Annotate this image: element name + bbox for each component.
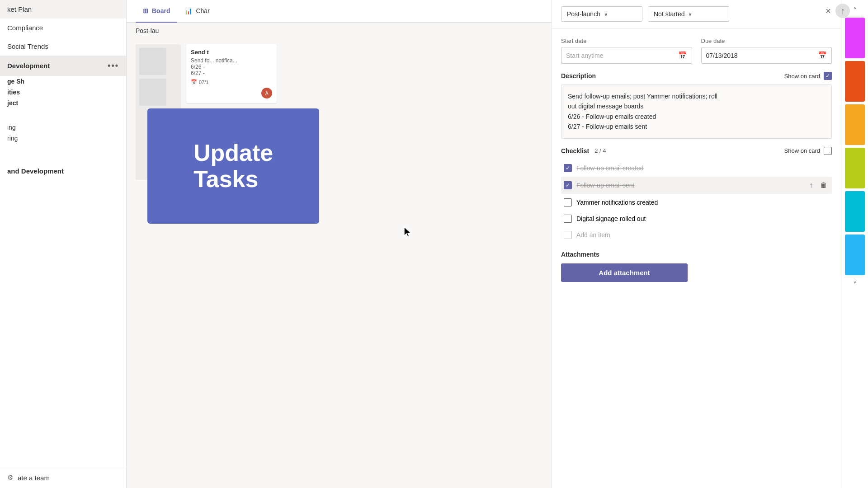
checklist-section: Checklist 2 / 4 Show on card ✓ Follow-up… [561,147,832,243]
checklist-item-1: ✓ Follow-up email created [561,160,832,176]
gear-icon: ⚙ [7,474,13,482]
close-button[interactable]: × [821,4,835,18]
start-date-group: Start date Start anytime 📅 [561,38,692,64]
due-date-input[interactable]: 07/13/2018 📅 [701,47,832,64]
checklist-checkbox-4[interactable] [564,215,572,223]
checklist-header: Checklist 2 / 4 Show on card [561,147,832,155]
move-up-button[interactable]: ↑ [807,180,815,190]
show-on-card-label-2: Show on card [784,147,821,154]
show-on-card-checkbox[interactable]: ✓ [824,72,832,80]
task-card-desc: Send fo... notifica... 6/26 - 6/27 - [191,57,272,76]
checklist-item-4-text: Digital signage rolled out [576,215,829,222]
color-swatch-red-orange[interactable] [845,61,865,102]
checklist-item-4: Digital signage rolled out [561,211,832,226]
attachments-section: Attachments Add attachment [561,251,832,282]
chevron-up-button[interactable]: ↑ [835,4,841,18]
checklist-item-1-text: Follow-up email created [576,164,829,172]
task-card[interactable]: Send t Send fo... notifica... 6/26 - 6/2… [186,44,277,103]
main-wrapper: ⊞ Board 📊 Char Post-lau Send t [127,0,552,488]
start-date-placeholder: Start anytime [566,52,603,59]
calendar-icon-due: 📅 [818,51,827,60]
sidebar-item-development[interactable]: Development ••• [0,56,126,76]
chart-tab-icon: 📊 [184,7,192,14]
show-on-card-checkbox-2[interactable] [824,147,832,155]
chevron-down-icon-2: ∨ [688,11,692,17]
checklist-item-2-actions: ↑ 🗑 [807,180,829,190]
color-swatch-teal[interactable] [845,191,865,232]
description-box: Send follow-up emails; post Yammer notif… [561,84,832,139]
sidebar-ject: ject [0,98,126,108]
start-date-input[interactable]: Start anytime 📅 [561,47,692,64]
color-swatch-cyan[interactable] [845,235,865,275]
sidebar-item-compliance-label: Compliance [7,24,43,32]
panel-body: Start date Start anytime 📅 Due date 07/1… [552,28,841,488]
sidebar-item-development-label: Development [7,62,50,70]
chart-tab-label: Char [196,7,209,14]
description-section: Description Show on card ✓ Send follow-u… [561,72,832,139]
sidebar-item-compliance[interactable]: Compliance [0,19,126,37]
due-date-value: 07/13/2018 [706,52,738,59]
color-swatch-magenta[interactable] [845,18,865,58]
add-attachment-button[interactable]: Add attachment [561,263,688,282]
tab-chart[interactable]: 📊 Char [177,0,217,23]
dropdown-bucket[interactable]: Post-launch ∨ [561,6,642,22]
task-card-title: Send t [191,49,272,56]
sidebar-ing: ing [0,122,126,133]
checklist-item-2-text: Follow-up email sent [576,182,803,189]
sidebar-ge-sh: ge Sh [0,76,126,87]
checklist-checkbox-1[interactable]: ✓ [564,164,572,172]
sidebar-item-social-trends[interactable]: Social Trends [0,37,126,56]
desc-header: Description Show on card ✓ [561,72,832,80]
checklist-item-2: ✓ Follow-up email sent ↑ 🗑 [561,177,832,194]
add-item-row: Add an item [561,227,832,243]
calendar-small-icon: 📅 [191,79,197,85]
delete-button[interactable]: 🗑 [818,180,829,190]
attachments-label: Attachments [561,251,832,258]
dropdown-status[interactable]: Not started ∨ [648,6,729,22]
sidebar-bottom: ⚙ ate a team [0,467,126,488]
board-tab-label: Board [152,7,170,14]
description-label: Description [561,72,596,80]
checklist-label: Checklist [561,147,589,155]
sidebar-item-social-trends-label: Social Trends [7,42,48,50]
sidebar-band-dev: and Development [0,162,126,180]
checklist-checkbox-2[interactable]: ✓ [564,181,572,189]
scroll-down-icon[interactable]: ˅ [850,278,859,292]
dropdown-status-value: Not started [654,10,684,18]
board-tab-icon: ⊞ [143,7,148,14]
add-item-checkbox [564,231,572,239]
right-panel: Post-launch ∨ Not started ∨ × ↑ Start da… [552,0,841,488]
sidebar-ring: ring [0,133,126,144]
show-on-card-checklist: Show on card [784,147,832,155]
checklist-item-3: Yammer notifications created [561,195,832,210]
due-date-label: Due date [701,38,832,44]
color-sidebar: ˄ ˅ [841,0,868,488]
show-on-card-label: Show on card [784,73,821,80]
update-tasks-overlay: Update Tasks [147,108,319,224]
color-swatch-yellow-green[interactable] [845,148,865,188]
add-item-placeholder[interactable]: Add an item [576,231,610,239]
board-label: Post-lau [127,23,552,39]
create-team-label: ate a team [18,474,50,482]
board-columns: Send t Send fo... notifica... 6/26 - 6/2… [127,39,552,488]
board-header: ⊞ Board 📊 Char [127,0,552,23]
sidebar: ket Plan Compliance Social Trends Develo… [0,0,127,488]
color-swatch-orange[interactable] [845,104,865,145]
start-date-label: Start date [561,38,692,44]
task-card-date: 📅 07/1 [191,79,272,85]
scroll-up-icon[interactable]: ˄ [850,4,859,18]
sidebar-item-market-plan[interactable]: ket Plan [0,0,126,19]
sidebar-ities: ities [0,87,126,98]
date-field-row: Start date Start anytime 📅 Due date 07/1… [561,38,832,64]
create-team-item[interactable]: ⚙ ate a team [0,467,126,488]
panel-header: Post-launch ∨ Not started ∨ × ↑ [552,0,841,28]
calendar-icon-start: 📅 [678,51,687,60]
update-tasks-text: Update Tasks [183,131,284,201]
tab-board[interactable]: ⊞ Board [136,0,177,23]
checklist-progress: 2 / 4 [594,147,606,154]
show-on-card-description: Show on card ✓ [784,72,832,80]
chevron-down-icon: ∨ [604,11,608,17]
checklist-checkbox-3[interactable] [564,198,572,206]
sidebar-dots-icon[interactable]: ••• [108,61,119,70]
checklist-item-3-text: Yammer notifications created [576,199,829,206]
